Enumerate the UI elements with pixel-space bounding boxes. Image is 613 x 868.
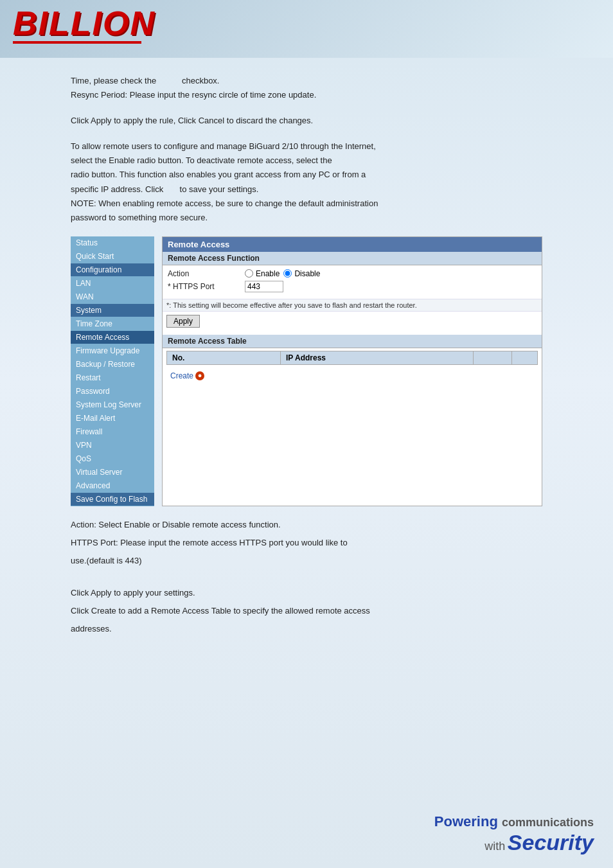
remote-desc-4: specific IP address. Click to save your …	[71, 182, 542, 197]
sidebar-item-firmware[interactable]: Firmware Upgrade	[71, 344, 154, 358]
apply-button-row: Apply	[163, 312, 542, 331]
sidebar-item-virtualserver[interactable]: Virtual Server	[71, 466, 154, 479]
sidebar-item-remoteaccess[interactable]: Remote Access	[71, 331, 154, 344]
remote-desc-5: NOTE: When enabling remote access, be su…	[71, 197, 542, 211]
col-ip: IP Address	[281, 351, 474, 364]
logo: BILLION	[13, 6, 600, 40]
two-col-layout: Status Quick Start Configuration LAN WAN…	[71, 236, 542, 506]
sidebar-item-lan[interactable]: LAN	[71, 277, 154, 290]
https-port-row: * HTTPS Port	[168, 281, 537, 292]
remote-desc-1: To allow remote users to configure and m…	[71, 139, 542, 154]
sidebar-item-system[interactable]: System	[71, 304, 154, 317]
remote-access-table: No. IP Address	[166, 351, 538, 365]
bottom-line1: Action: Select Enable or Disable remote …	[71, 518, 542, 532]
action-value: Enable Disable	[245, 269, 320, 278]
enable-radio-group[interactable]: Enable	[245, 269, 280, 278]
panel-section-function: Remote Access Function	[163, 252, 542, 265]
header: BILLION	[0, 0, 613, 58]
col-extra	[512, 351, 538, 364]
enable-label: Enable	[256, 269, 280, 278]
table-wrapper: No. IP Address	[163, 348, 542, 368]
sidebar: Status Quick Start Configuration LAN WAN…	[71, 236, 154, 506]
sidebar-item-restart[interactable]: Restart	[71, 371, 154, 385]
panel-section-table: Remote Access Table	[163, 335, 542, 348]
action-label: Action	[168, 269, 245, 278]
intro-apply-note: Click Apply to apply the rule, Click Can…	[71, 114, 542, 128]
table-section: Remote Access Table No. IP Address	[163, 335, 542, 387]
bottom-line6: addresses.	[71, 622, 542, 636]
sidebar-item-quickstart[interactable]: Quick Start	[71, 250, 154, 263]
footer-brand: Powering communications with Security	[434, 813, 594, 855]
remote-desc-3: radio button. This function also enables…	[71, 168, 542, 182]
sidebar-item-qos[interactable]: QoS	[71, 452, 154, 466]
sidebar-item-vpn[interactable]: VPN	[71, 439, 154, 452]
remote-desc-2: select the Enable radio button. To deact…	[71, 154, 542, 168]
sidebar-item-configuration[interactable]: Configuration	[71, 263, 154, 277]
sidebar-item-backup[interactable]: Backup / Restore	[71, 358, 154, 371]
create-link[interactable]: Create ●	[170, 371, 204, 380]
bottom-line3: use.(default is 443)	[71, 554, 542, 568]
sidebar-item-syslog[interactable]: System Log Server	[71, 398, 154, 412]
create-icon: ●	[195, 371, 204, 380]
intro-line2: Resync Period: Please input the resync c…	[71, 88, 542, 102]
remote-desc-6: password to something more secure.	[71, 211, 542, 225]
disable-radio[interactable]	[283, 269, 292, 278]
create-row: Create ●	[163, 368, 542, 387]
bottom-line4: Click Apply to apply your settings.	[71, 586, 542, 600]
note-text: *: This setting will become effective af…	[163, 299, 542, 312]
panel-title: Remote Access	[163, 237, 542, 252]
sidebar-item-firewall[interactable]: Firewall	[71, 425, 154, 439]
remote-access-panel: Remote Access Remote Access Function Act…	[162, 236, 542, 506]
col-no: No.	[167, 351, 281, 364]
apply-button[interactable]: Apply	[166, 315, 200, 328]
col-action	[474, 351, 512, 364]
main-content: Time, please check the checkbox. Resync …	[0, 58, 613, 868]
disable-label: Disable	[294, 269, 320, 278]
sidebar-item-advanced[interactable]: Advanced	[71, 479, 154, 493]
table-header-row: No. IP Address	[167, 351, 538, 364]
powering-text: Powering communications	[434, 813, 594, 830]
panel-body-function: Action Enable Disable * HTTPS Port	[163, 265, 542, 299]
sidebar-item-emailalert[interactable]: E-Mail Alert	[71, 412, 154, 425]
https-port-value	[245, 281, 283, 292]
bottom-line5: Click Create to add a Remote Access Tabl…	[71, 604, 542, 618]
https-port-input[interactable]	[245, 281, 283, 292]
sidebar-item-timezone[interactable]: Time Zone	[71, 317, 154, 331]
https-port-label: * HTTPS Port	[168, 282, 245, 291]
bottom-line2: HTTPS Port: Please input the remote acce…	[71, 536, 542, 550]
enable-radio[interactable]	[245, 269, 253, 278]
bottom-info: Action: Select Enable or Disable remote …	[71, 518, 542, 637]
create-label: Create	[170, 371, 193, 380]
disable-radio-group[interactable]: Disable	[283, 269, 320, 278]
action-row: Action Enable Disable	[168, 269, 537, 278]
sidebar-item-wan[interactable]: WAN	[71, 290, 154, 304]
sidebar-item-status[interactable]: Status	[71, 236, 154, 250]
sidebar-item-password[interactable]: Password	[71, 385, 154, 398]
intro-block-top: Time, please check the checkbox. Resync …	[71, 74, 542, 102]
sidebar-item-saveconfig[interactable]: Save Config to Flash	[71, 493, 154, 506]
security-text: with Security	[434, 830, 594, 855]
intro-line1: Time, please check the checkbox.	[71, 74, 542, 88]
remote-desc-block: To allow remote users to configure and m…	[71, 139, 542, 225]
